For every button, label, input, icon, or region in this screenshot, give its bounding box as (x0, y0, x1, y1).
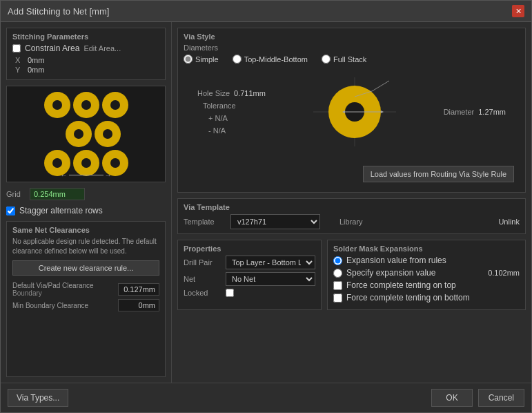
load-rule-row: Load values from Routing Via Style Rule (184, 160, 520, 188)
library-label: Library (339, 218, 363, 226)
solder-mask-label: Solder Mask Expansions (333, 244, 520, 253)
offset-y-label: Y (15, 66, 23, 74)
expansion-from-rules-radio[interactable] (333, 256, 342, 265)
solder-mask-section: Solder Mask Expansions Expansion value f… (327, 240, 526, 310)
properties-label: Properties (184, 244, 315, 253)
via-template-section: Via Template Template v127h71 Library Un… (177, 198, 526, 234)
force-bottom-label: Force complete tenting on bottom (346, 293, 470, 302)
force-top-checkbox[interactable] (333, 281, 342, 290)
via-circle (102, 92, 128, 118)
tolerance-minus: N/A (213, 126, 226, 135)
constrain-area-checkbox[interactable] (12, 44, 21, 52)
properties-section: Properties Drill Pair Top Layer - Bottom… (177, 240, 322, 310)
dialog-title: Add Stitching to Net [mm] (8, 6, 109, 17)
locked-checkbox[interactable] (226, 289, 234, 297)
title-bar: Add Stitching to Net [mm] ✕ (1, 1, 531, 22)
stagger-label: Stagger alternate rows (19, 206, 103, 215)
specify-expansion-label: Specify expansion value (346, 268, 435, 278)
via-svg-container (299, 70, 410, 153)
cancel-button[interactable]: Cancel (478, 389, 524, 407)
diameter-radio-row: Simple Top-Middle-Bottom Full Stack (184, 55, 520, 64)
tolerance-minus-row: - N/A (197, 126, 266, 135)
locked-row: Locked (184, 289, 315, 297)
clearances-section: Same Net Clearances No applicable design… (6, 221, 166, 377)
stagger-row: Stagger alternate rows (6, 206, 166, 215)
diameters-label: Diameters (184, 44, 520, 52)
via-circle (44, 92, 70, 118)
drill-pair-select[interactable]: Top Layer - Bottom Lay... (226, 256, 315, 269)
force-bottom-row: Force complete tenting on bottom (333, 293, 520, 302)
default-clearance-input[interactable] (118, 283, 159, 296)
simple-label: Simple (195, 55, 219, 64)
net-row: Net No Net (184, 272, 315, 286)
via-circle (73, 92, 99, 118)
hole-size-label: Hole Size (197, 89, 230, 97)
simple-radio[interactable] (184, 55, 193, 64)
stagger-checkbox[interactable] (6, 206, 15, 215)
specify-expansion-row: Specify expansion value 0.102mm (333, 268, 520, 278)
offset-x-label: X (15, 56, 23, 64)
locked-label: Locked (184, 289, 221, 297)
left-panel: Stitching Parameters Constrain Area Edit… (1, 22, 172, 383)
grid-input[interactable] (30, 188, 85, 200)
via-preview-area: ← → (6, 86, 166, 182)
stitching-params-section: Stitching Parameters Constrain Area Edit… (6, 28, 166, 80)
svg-marker-5 (381, 111, 384, 113)
footer-right: OK Cancel (431, 389, 524, 407)
tolerance-plus: N/A (215, 114, 227, 122)
create-rule-button[interactable]: Create new clearance rule... (12, 260, 159, 276)
force-top-label: Force complete tenting on top (346, 280, 456, 290)
top-middle-bottom-label: Top-Middle-Bottom (244, 55, 308, 64)
constrain-area-row: Constrain Area Edit Area... (12, 44, 159, 53)
offset-y-value: 0mm (28, 66, 44, 74)
specify-expansion-radio[interactable] (333, 269, 342, 278)
bottom-section: Properties Drill Pair Top Layer - Bottom… (177, 240, 526, 310)
net-label: Net (184, 275, 221, 283)
dim-arrow-right: → (105, 171, 112, 179)
via-types-button[interactable]: Via Types... (8, 389, 68, 407)
force-bottom-checkbox[interactable] (333, 294, 342, 302)
right-panel: Via Style Diameters Simple Top-Middle-Bo… (172, 22, 531, 383)
via-circle (95, 121, 121, 147)
grid-row: Grid (6, 188, 166, 200)
constrain-area-label: Constrain Area (25, 44, 79, 53)
close-button[interactable]: ✕ (512, 5, 524, 17)
full-stack-label: Full Stack (333, 55, 366, 64)
via-style-label: Via Style (184, 32, 520, 41)
top-middle-bottom-radio-option[interactable]: Top-Middle-Bottom (233, 55, 308, 64)
svg-line-8 (372, 81, 389, 91)
tolerance-plus-row: + N/A (197, 114, 266, 122)
template-select[interactable]: v127h71 (230, 214, 320, 229)
min-boundary-input[interactable] (118, 299, 159, 311)
force-top-row: Force complete tenting on top (333, 280, 520, 290)
via-circle (66, 121, 92, 147)
unlink-button[interactable]: Unlink (498, 218, 520, 226)
via-style-section: Via Style Diameters Simple Top-Middle-Bo… (177, 28, 526, 193)
dim-arrow-left: ← (61, 171, 68, 179)
diameter-label-row: Diameter 1.27mm (444, 108, 506, 116)
net-select[interactable]: No Net (226, 272, 315, 286)
simple-radio-option[interactable]: Simple (184, 55, 219, 64)
dialog-body: Stitching Parameters Constrain Area Edit… (1, 22, 531, 383)
tolerance-label: Tolerance (197, 102, 266, 110)
template-row: Template v127h71 Library Unlink (184, 214, 520, 229)
full-stack-radio[interactable] (322, 55, 331, 64)
via-specs: Hole Size 0.711mm Tolerance + N/A - N/A (197, 89, 266, 135)
diameter-label: Diameter (444, 108, 475, 116)
min-boundary-label: Min Boundary Clearance (12, 302, 112, 309)
offset-x-row: X 0mm (12, 56, 159, 64)
ok-button[interactable]: OK (431, 389, 472, 407)
default-clearance-row: Default Via/Pad Clearance Boundary (12, 282, 159, 297)
full-stack-radio-option[interactable]: Full Stack (322, 55, 366, 64)
offset-x-value: 0mm (28, 56, 44, 64)
stitching-params-label: Stitching Parameters (12, 32, 159, 41)
clearance-text: No applicable design rule detected. The … (12, 237, 159, 256)
hole-size-row: Hole Size 0.711mm (197, 89, 266, 97)
dialog-footer: Via Types... OK Cancel (1, 383, 531, 412)
dim-line (69, 175, 104, 175)
edit-area-button[interactable]: Edit Area... (83, 44, 121, 52)
drill-pair-label: Drill Pair (184, 258, 221, 267)
top-middle-bottom-radio[interactable] (233, 55, 242, 64)
grid-label: Grid (6, 190, 24, 198)
load-rule-button[interactable]: Load values from Routing Via Style Rule (363, 166, 514, 182)
